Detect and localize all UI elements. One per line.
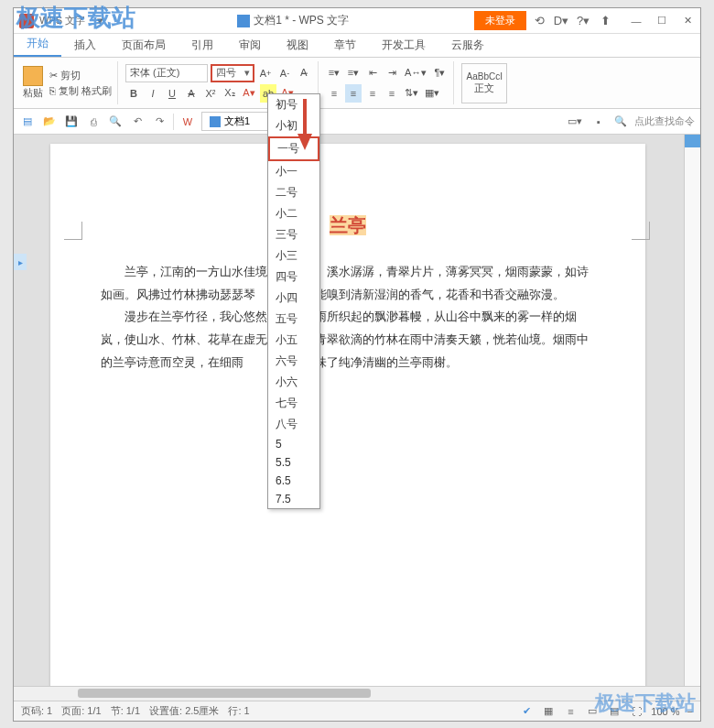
app-window: WPS 文字 ▾ 文档1 * - WPS 文字 未登录 ⟲ D▾ ?▾ ⬆ — … [13, 7, 701, 722]
style-normal[interactable]: AaBbCcI 正文 [461, 63, 507, 103]
indent-right-button[interactable]: ⇥ [384, 64, 400, 82]
search-icon: 🔍 [614, 115, 627, 127]
align-justify-button[interactable]: ≡ [384, 84, 400, 103]
paragraph: 漫步在兰亭竹径，我心悠然。 雨所织起的飘渺暮幔，从山谷中飘来的雾一样的烟岚，使山… [101, 306, 595, 374]
char-scale-button[interactable]: A↔▾ [403, 64, 428, 82]
show-marks-button[interactable]: ¶▾ [431, 64, 448, 82]
page[interactable]: 兰亭 兰亭，江南的一方山水佳境， 溪水潺潺，青翠片片，薄雾冥冥，烟雨蒙蒙，如诗如… [50, 144, 645, 686]
screen-icon[interactable]: ▭▾ [567, 114, 583, 130]
minimize-button[interactable]: — [623, 12, 649, 30]
font-size-option[interactable]: 四号 [268, 266, 319, 288]
font-size-option[interactable]: 5 [268, 435, 319, 453]
menu-开发工具[interactable]: 开发工具 [369, 34, 438, 57]
print-icon[interactable]: ⎙ [85, 114, 102, 130]
paste-icon [23, 66, 43, 86]
font-size-dropdown[interactable]: 初号小初一号小一二号小二三号小三四号小四五号小五六号小六七号八号55.56.57… [267, 93, 320, 509]
superscript-button[interactable]: X² [202, 84, 219, 103]
font-size-select[interactable]: 四号 [211, 64, 254, 82]
font-size-option[interactable]: 六号 [268, 351, 319, 372]
format-painter-button[interactable]: 格式刷 [81, 84, 112, 98]
menu-引用[interactable]: 引用 [178, 34, 226, 57]
side-panel-handle[interactable]: ▸ [14, 254, 27, 270]
font-size-option[interactable]: 五号 [268, 309, 319, 330]
font-size-option[interactable]: 八号 [268, 414, 319, 435]
menu-审阅[interactable]: 审阅 [226, 34, 274, 57]
cut-button[interactable]: 剪切 [60, 69, 81, 82]
line-spacing-button[interactable]: ⇅▾ [403, 84, 420, 103]
scissors-icon: ✂ [49, 70, 58, 81]
paste-label: 粘贴 [23, 86, 43, 100]
align-center-button[interactable]: ≡ [345, 84, 362, 103]
login-button[interactable]: 未登录 [474, 11, 526, 30]
font-size-option[interactable]: 七号 [268, 393, 319, 414]
menu-章节[interactable]: 章节 [321, 34, 369, 57]
menubar: 开始插入页面布局引用审阅视图章节开发工具云服务 [14, 34, 700, 58]
status-section: 节: 1/1 [111, 704, 140, 718]
save-icon[interactable]: 💾 [63, 114, 80, 130]
style-preview: AaBbCcI [467, 71, 503, 81]
font-size-option[interactable]: 三号 [268, 224, 319, 245]
shading-button[interactable]: ▦▾ [423, 84, 441, 103]
text-effect-button[interactable]: A▾ [241, 84, 257, 103]
new-icon[interactable]: ▤ [19, 114, 36, 130]
annotation-arrow [295, 97, 315, 152]
indent-left-button[interactable]: ⇤ [364, 64, 381, 82]
undo-icon[interactable]: ↶ [129, 114, 146, 130]
view-outline-icon[interactable]: ≡ [563, 705, 578, 718]
menu-云服务[interactable]: 云服务 [438, 34, 497, 57]
sync-icon[interactable]: ⟲ [530, 12, 548, 30]
bullet-list-button[interactable]: ≡▾ [326, 64, 342, 82]
font-size-option[interactable]: 小一 [268, 161, 319, 182]
subscript-button[interactable]: X₂ [222, 84, 238, 103]
font-size-option[interactable]: 小五 [268, 330, 319, 351]
font-size-option[interactable]: 6.5 [268, 472, 319, 490]
wps-icon[interactable]: W [179, 114, 196, 130]
watermark-bottomright: 极速下载站 [595, 690, 696, 717]
watermark-topleft: 极速下载站 [16, 2, 135, 34]
align-right-button[interactable]: ≡ [364, 84, 381, 103]
vertical-scrollbar[interactable] [684, 135, 700, 686]
font-size-option[interactable]: 小三 [268, 245, 319, 266]
menu-开始[interactable]: 开始 [14, 32, 61, 57]
increase-font-button[interactable]: A+ [257, 64, 274, 82]
font-size-option[interactable]: 7.5 [268, 490, 319, 508]
help-icon[interactable]: ?▾ [574, 12, 592, 30]
maximize-button[interactable]: ☐ [649, 12, 675, 30]
align-left-button[interactable]: ≡ [326, 84, 342, 103]
menu-插入[interactable]: 插入 [61, 34, 109, 57]
skin-icon[interactable]: D▾ [552, 12, 570, 30]
menu-视图[interactable]: 视图 [274, 34, 321, 57]
copy-icon: ⎘ [49, 85, 56, 96]
crop-mark-tl [64, 222, 82, 240]
open-icon[interactable]: 📂 [41, 114, 58, 130]
font-size-option[interactable]: 小四 [268, 288, 319, 309]
paste-button[interactable]: 粘贴 [19, 66, 47, 100]
view-print-icon[interactable]: ▦ [541, 705, 556, 718]
settings-icon[interactable]: ▪ [590, 114, 607, 130]
font-size-option[interactable]: 小二 [268, 203, 319, 224]
redo-icon[interactable]: ↷ [151, 114, 168, 130]
upload-icon[interactable]: ⬆ [596, 12, 614, 30]
strike-button[interactable]: A [183, 84, 200, 103]
font-name-select[interactable]: 宋体 (正文) [125, 64, 208, 82]
spellcheck-icon[interactable]: ✔ [519, 705, 534, 718]
doc-title: 文档1 * - WPS 文字 [254, 13, 349, 28]
document-icon [237, 15, 250, 27]
font-size-option[interactable]: 二号 [268, 182, 319, 203]
menu-页面布局[interactable]: 页面布局 [109, 34, 178, 57]
font-size-option[interactable]: 小六 [268, 372, 319, 393]
status-page: 页码: 1 [21, 704, 52, 718]
preview-icon[interactable]: 🔍 [107, 114, 124, 130]
copy-button[interactable]: 复制 [59, 84, 79, 98]
italic-button[interactable]: I [145, 84, 161, 103]
underline-button[interactable]: U [164, 84, 180, 103]
search-command-input[interactable]: 点此查找命令 [634, 114, 695, 128]
status-setvalue: 设置值: 2.5厘米 [149, 704, 219, 718]
close-button[interactable]: ✕ [675, 12, 700, 30]
status-pages: 页面: 1/1 [61, 704, 101, 718]
bold-button[interactable]: B [125, 84, 142, 103]
clear-format-button[interactable]: A̶ [296, 64, 312, 82]
decrease-font-button[interactable]: A- [276, 64, 293, 82]
font-size-option[interactable]: 5.5 [268, 453, 319, 472]
number-list-button[interactable]: ≡▾ [345, 64, 362, 82]
